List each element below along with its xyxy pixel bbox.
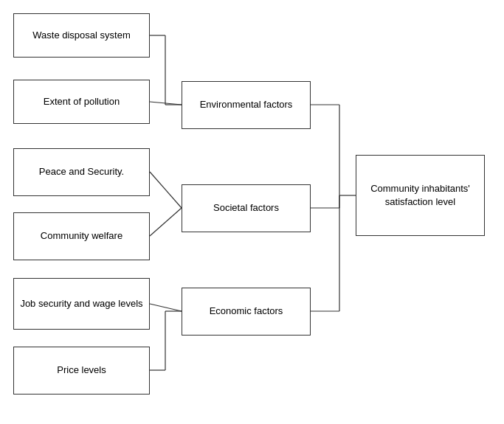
societal-factors-box: Societal factors [182, 184, 311, 232]
job-security-box: Job security and wage levels [13, 278, 150, 330]
svg-line-5 [150, 208, 182, 236]
svg-line-4 [150, 172, 182, 208]
svg-line-3 [150, 102, 182, 105]
extent-pollution-box: Extent of pollution [13, 80, 150, 124]
svg-line-6 [150, 304, 182, 311]
satisfaction-level-box: Community inhabitants' satisfaction leve… [356, 155, 485, 236]
economic-factors-box: Economic factors [182, 288, 311, 336]
community-welfare-box: Community welfare [13, 212, 150, 260]
environmental-factors-box: Environmental factors [182, 81, 311, 129]
price-levels-box: Price levels [13, 347, 150, 395]
peace-security-box: Peace and Security. [13, 148, 150, 196]
diagram-container: Waste disposal system Extent of pollutio… [0, 0, 504, 424]
waste-disposal-box: Waste disposal system [13, 13, 150, 58]
